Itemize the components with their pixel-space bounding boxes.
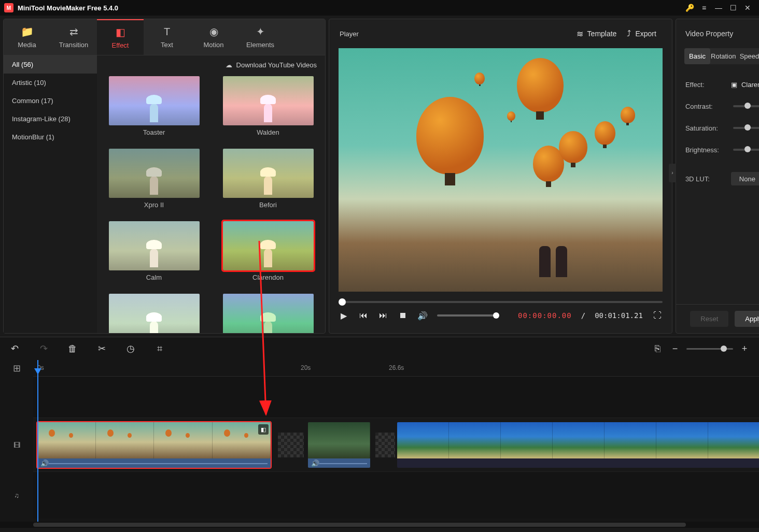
template-label: Template	[587, 30, 617, 38]
timeline-ruler[interactable]: 0s20s26.6s	[33, 360, 759, 377]
next-frame-button[interactable]: ⏭	[378, 310, 388, 321]
effect-item[interactable]: ColorJittering	[221, 294, 315, 333]
video-clip[interactable]: 🔊◧	[37, 422, 271, 468]
video-preview	[339, 48, 663, 292]
seek-bar[interactable]	[339, 301, 663, 303]
stop-button[interactable]: ⏹	[398, 310, 408, 321]
tab-elements[interactable]: ✦Elements	[237, 19, 284, 55]
category-item[interactable]: Artistic (10)	[4, 74, 97, 92]
volume-slider[interactable]	[437, 314, 499, 317]
effect-item[interactable]: Xpro II	[107, 149, 201, 216]
effect-item[interactable]: Toaster	[107, 76, 201, 143]
effect-item[interactable]: Clarendon	[221, 221, 315, 289]
play-button[interactable]: ▶	[339, 310, 349, 321]
clip-effect-badge: ◧	[258, 424, 269, 435]
timeline-scrollbar[interactable]	[0, 522, 759, 528]
crop-button[interactable]: ⌗	[153, 343, 166, 354]
menu-icon[interactable]: ≡	[697, 1, 711, 15]
transition-gap[interactable]	[278, 433, 304, 457]
layers-small-icon: ▣	[731, 81, 737, 89]
tab-effect[interactable]: ◧Effect	[97, 19, 144, 55]
apply-all-button[interactable]: Apply to all	[735, 311, 759, 327]
split-button[interactable]: ✂	[95, 343, 108, 354]
speed-button[interactable]: ◷	[124, 343, 137, 354]
zoom-out-button[interactable]: −	[669, 343, 681, 354]
property-slider[interactable]	[733, 127, 759, 129]
tab-label: Media	[18, 41, 36, 49]
fit-timeline-button[interactable]: ⎘	[651, 343, 664, 354]
effect-item[interactable]: Walden	[221, 76, 315, 143]
reset-button[interactable]: Reset	[690, 311, 728, 327]
property-tabs: BasicRotationSpeedAudio	[684, 48, 759, 64]
panel-collapse-handle[interactable]: ›	[669, 164, 676, 182]
property-slider[interactable]	[733, 149, 759, 151]
elements-icon: ✦	[256, 25, 265, 38]
effect-thumbnail	[109, 149, 200, 198]
clip-audio-bar: 🔊	[37, 458, 271, 468]
lut-value: None	[739, 175, 755, 183]
add-track-button[interactable]: ⊞	[0, 360, 33, 377]
slider-label: Contrast:	[685, 103, 726, 110]
effect-name-label: Befori	[259, 201, 277, 209]
property-tab[interactable]: Speed	[736, 48, 759, 64]
player-panel: Player ≋ Template ⤴ Export ▶ ⏮ ⏭	[329, 19, 672, 334]
video-track[interactable]: 🔊◧🔊	[33, 418, 759, 472]
close-button[interactable]: ✕	[740, 1, 755, 15]
speaker-icon: 🔊	[311, 459, 319, 467]
prev-frame-button[interactable]: ⏮	[358, 310, 369, 321]
tab-label: Motion	[203, 41, 223, 49]
overlay-track[interactable]	[33, 377, 759, 418]
maximize-button[interactable]: ☐	[726, 1, 740, 15]
redo-button[interactable]: ↷	[37, 343, 50, 354]
title-bar: M MiniTool MovieMaker Free 5.4.0 🔑 ≡ — ☐…	[0, 0, 759, 16]
property-tab[interactable]: Rotation	[710, 48, 736, 64]
properties-title: Video Property	[676, 19, 759, 48]
zoom-slider[interactable]	[686, 348, 733, 350]
effect-thumbnail	[223, 294, 314, 333]
text-icon: T	[164, 26, 170, 38]
effect-item[interactable]: Befori	[221, 149, 315, 216]
export-button[interactable]: ⤴ Export	[622, 26, 661, 41]
tab-media[interactable]: 📁Media	[4, 19, 50, 55]
audio-track[interactable]	[33, 472, 759, 519]
tab-label: Elements	[246, 41, 274, 49]
video-clip[interactable]: 🔊	[308, 422, 370, 468]
clip-audio-bar: 🔊	[308, 458, 370, 468]
unlock-icon[interactable]: 🔑	[682, 1, 697, 15]
template-button[interactable]: ≋ Template	[571, 26, 622, 42]
category-item[interactable]: All (56)	[4, 55, 97, 74]
total-duration: 00:01:01.21	[595, 311, 643, 320]
effect-item[interactable]: Calm	[107, 221, 201, 289]
minimize-button[interactable]: —	[711, 1, 726, 15]
ruler-mark: 26.6s	[389, 364, 404, 371]
tab-transition[interactable]: ⇄Transition	[50, 19, 97, 55]
volume-icon[interactable]: 🔊	[417, 310, 428, 321]
effect-name-label: Calm	[146, 274, 162, 281]
tab-motion[interactable]: ◉Motion	[190, 19, 237, 55]
effect-thumbnail	[223, 149, 314, 198]
app-logo: M	[4, 3, 13, 12]
transition-gap[interactable]	[375, 433, 395, 457]
tab-label: Transition	[59, 41, 89, 49]
playhead[interactable]	[37, 360, 38, 522]
category-item[interactable]: Instagram-Like (28)	[4, 110, 97, 128]
delete-clip-button[interactable]: 🗑	[66, 343, 79, 354]
timeline-panel: ↶ ↷ 🗑 ✂ ◷ ⌗ ⎘ − + ⊞ 🎞 ♫ 0s20s26.6s 🔊◧🔊	[0, 337, 759, 528]
effect-thumbnail	[109, 294, 200, 333]
tab-label: Effect	[111, 41, 129, 49]
slider-label: Saturation:	[685, 124, 726, 132]
effect-thumbnail	[109, 221, 200, 270]
zoom-in-button[interactable]: +	[738, 343, 751, 354]
tab-text[interactable]: TText	[144, 19, 190, 55]
undo-button[interactable]: ↶	[8, 343, 21, 354]
property-slider[interactable]	[733, 105, 759, 107]
download-youtube-link[interactable]: ☁ Download YouTube Videos	[97, 55, 325, 74]
effect-item[interactable]: Cold	[107, 294, 201, 333]
category-item[interactable]: MotionBlur (1)	[4, 128, 97, 146]
lut-dropdown[interactable]: None ▾	[731, 172, 759, 185]
property-tab[interactable]: Basic	[684, 48, 710, 64]
category-item[interactable]: Common (17)	[4, 92, 97, 110]
video-clip[interactable]	[397, 422, 759, 468]
effect-name-label: Clarendon	[252, 274, 284, 281]
fullscreen-button[interactable]: ⛶	[652, 310, 663, 321]
